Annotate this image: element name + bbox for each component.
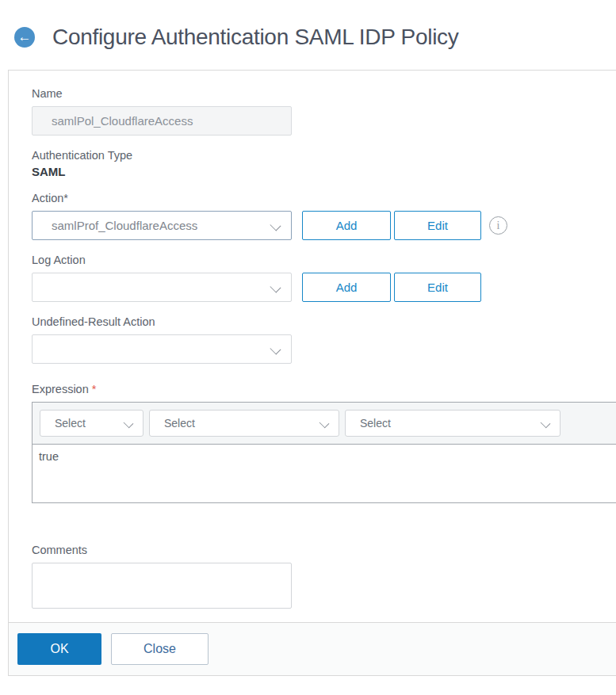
footer-bar: OK Close xyxy=(9,622,616,676)
chevron-down-icon xyxy=(270,343,281,354)
action-field-group: Action* samlProf_CloudflareAccess Add Ed… xyxy=(32,192,616,240)
expression-operand-select-2[interactable]: Select xyxy=(149,410,339,437)
auth-type-label: Authentication Type xyxy=(32,149,616,162)
info-icon[interactable]: i xyxy=(489,216,507,235)
expression-group: Expression * Select Select Select true xyxy=(32,383,616,503)
expression-select-1-value: Select xyxy=(55,417,86,430)
name-field-group: Name xyxy=(32,87,616,136)
chevron-down-icon xyxy=(319,418,330,429)
log-action-edit-button[interactable]: Edit xyxy=(394,273,481,302)
action-edit-button[interactable]: Edit xyxy=(394,211,481,240)
log-action-field-group: Log Action Add Edit xyxy=(32,254,616,302)
comments-textarea[interactable] xyxy=(32,563,292,609)
name-input xyxy=(32,106,292,136)
expression-select-3-value: Select xyxy=(360,417,391,430)
required-asterisk: * xyxy=(92,383,97,395)
action-label: Action* xyxy=(32,192,616,204)
chevron-down-icon xyxy=(270,220,281,231)
expression-label: Expression * xyxy=(32,383,616,395)
arrow-left-icon: ← xyxy=(18,30,32,44)
form-panel: Name Authentication Type SAML Action* sa… xyxy=(8,70,616,676)
action-select[interactable]: samlProf_CloudflareAccess xyxy=(32,211,292,240)
action-select-value: samlProf_CloudflareAccess xyxy=(52,219,197,232)
close-button[interactable]: Close xyxy=(111,633,209,665)
info-icon-glyph: i xyxy=(497,220,500,232)
chevron-down-icon xyxy=(124,418,134,429)
expression-textarea[interactable]: true xyxy=(32,445,616,503)
expression-select-2-value: Select xyxy=(164,417,195,430)
action-add-button[interactable]: Add xyxy=(302,211,391,240)
log-action-select[interactable] xyxy=(32,273,292,302)
page-title: Configure Authentication SAML IDP Policy xyxy=(52,25,459,50)
chevron-down-icon xyxy=(270,281,281,292)
auth-type-value: SAML xyxy=(32,165,616,178)
expression-operand-select-1[interactable]: Select xyxy=(40,410,143,437)
expression-operand-select-3[interactable]: Select xyxy=(345,410,561,437)
undefined-result-action-select[interactable] xyxy=(32,334,292,364)
expression-toolbar: Select Select Select xyxy=(32,402,616,445)
expression-label-text: Expression xyxy=(32,383,89,395)
chevron-down-icon xyxy=(541,418,551,429)
log-action-label: Log Action xyxy=(32,254,616,266)
page-header: ← Configure Authentication SAML IDP Poli… xyxy=(14,25,616,49)
comments-group: Comments xyxy=(32,544,616,609)
back-button[interactable]: ← xyxy=(14,27,35,48)
expression-builder: Select Select Select true xyxy=(32,402,616,503)
undefined-result-action-group: Undefined-Result Action xyxy=(32,315,616,364)
auth-type-group: Authentication Type SAML xyxy=(32,149,616,178)
undefined-result-action-label: Undefined-Result Action xyxy=(32,315,616,328)
name-label: Name xyxy=(32,87,616,100)
log-action-add-button[interactable]: Add xyxy=(302,273,391,302)
comments-label: Comments xyxy=(32,544,616,556)
ok-button[interactable]: OK xyxy=(17,633,101,665)
